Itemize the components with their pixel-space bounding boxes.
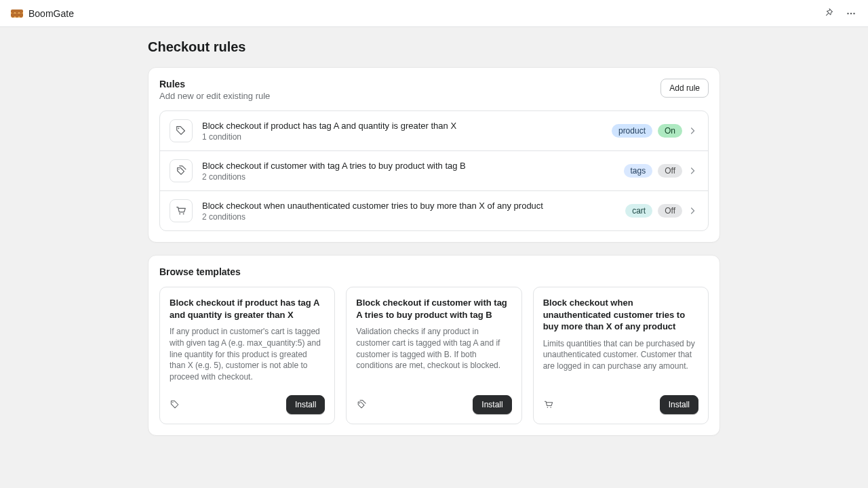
template-title: Block checkout if customer with tag A tr… xyxy=(356,297,511,321)
template-title: Block checkout if product has tag A and … xyxy=(170,297,325,321)
rule-row[interactable]: Block checkout if customer with tag A tr… xyxy=(160,150,708,190)
template-desc: If any product in customer's cart is tag… xyxy=(170,326,325,383)
rule-tag-badge: product xyxy=(612,124,652,138)
tags-icon xyxy=(356,399,367,410)
rules-card-header: Rules Add new or edit existing rule Add … xyxy=(159,79,709,101)
template-footer: Install xyxy=(170,395,325,414)
chevron-right-icon xyxy=(688,205,698,216)
rule-status-badge: Off xyxy=(658,164,682,178)
tag-icon xyxy=(170,399,180,410)
rules-card-heading: Rules Add new or edit existing rule xyxy=(159,79,270,101)
rule-subtitle: 2 conditions xyxy=(202,172,614,182)
template-desc: Validation checks if any product in cust… xyxy=(356,326,511,383)
tags-icon xyxy=(170,159,193,182)
rule-title: Block checkout if product has tag A and … xyxy=(202,121,602,131)
page-title: Checkout rules xyxy=(148,39,720,55)
install-button[interactable]: Install xyxy=(286,395,325,414)
install-button[interactable]: Install xyxy=(473,395,511,414)
template-title: Block checkout when unauthenticated cust… xyxy=(543,297,698,333)
rule-subtitle: 2 conditions xyxy=(202,212,616,222)
rules-list: Block checkout if product has tag A and … xyxy=(159,110,709,231)
more-icon[interactable] xyxy=(845,7,857,20)
rule-status-badge: Off xyxy=(658,204,682,218)
chevron-right-icon xyxy=(688,125,698,136)
tag-icon xyxy=(170,119,193,142)
rule-text: Block checkout if customer with tag A tr… xyxy=(202,161,614,182)
templates-card: Browse templates Block checkout if produ… xyxy=(148,255,720,436)
rule-subtitle: 1 condition xyxy=(202,132,602,142)
templates-grid: Block checkout if product has tag A and … xyxy=(159,287,709,424)
app-name: BoomGate xyxy=(28,8,74,19)
rule-status-badge: On xyxy=(658,124,682,138)
brand-logo-icon xyxy=(11,9,23,18)
add-rule-button[interactable]: Add rule xyxy=(660,79,709,98)
rule-text: Block checkout when unauthenticated cust… xyxy=(202,201,616,222)
rule-row[interactable]: Block checkout when unauthenticated cust… xyxy=(160,190,708,230)
rule-text: Block checkout if product has tag A and … xyxy=(202,121,602,142)
rule-tag-badge: cart xyxy=(625,204,652,218)
rule-row[interactable]: Block checkout if product has tag A and … xyxy=(160,111,708,150)
template-card: Block checkout if customer with tag A tr… xyxy=(346,287,521,424)
topbar-actions xyxy=(823,7,857,20)
template-footer: Install xyxy=(356,395,511,414)
brand: BoomGate xyxy=(11,8,74,19)
chevron-right-icon xyxy=(688,165,698,176)
rule-title: Block checkout when unauthenticated cust… xyxy=(202,201,616,211)
rule-title: Block checkout if customer with tag A tr… xyxy=(202,161,614,171)
rule-tag-badge: tags xyxy=(624,164,653,178)
page: Checkout rules Rules Add new or edit exi… xyxy=(148,39,720,436)
rules-card-subtitle: Add new or edit existing rule xyxy=(159,91,270,101)
templates-title: Browse templates xyxy=(159,266,709,277)
install-button[interactable]: Install xyxy=(660,395,698,414)
rules-card-title: Rules xyxy=(159,79,270,89)
template-card: Block checkout if product has tag A and … xyxy=(159,287,335,424)
rule-right: tags Off xyxy=(624,164,698,178)
rules-card: Rules Add new or edit existing rule Add … xyxy=(148,67,720,243)
template-desc: Limits quantities that can be purchased … xyxy=(543,338,698,383)
topbar: BoomGate xyxy=(0,0,868,27)
template-footer: Install xyxy=(543,395,698,414)
cart-icon xyxy=(543,399,554,410)
rule-right: product On xyxy=(612,124,698,138)
rule-right: cart Off xyxy=(625,204,698,218)
template-card: Block checkout when unauthenticated cust… xyxy=(533,287,709,424)
cart-icon xyxy=(170,199,193,222)
pin-icon[interactable] xyxy=(823,7,835,20)
